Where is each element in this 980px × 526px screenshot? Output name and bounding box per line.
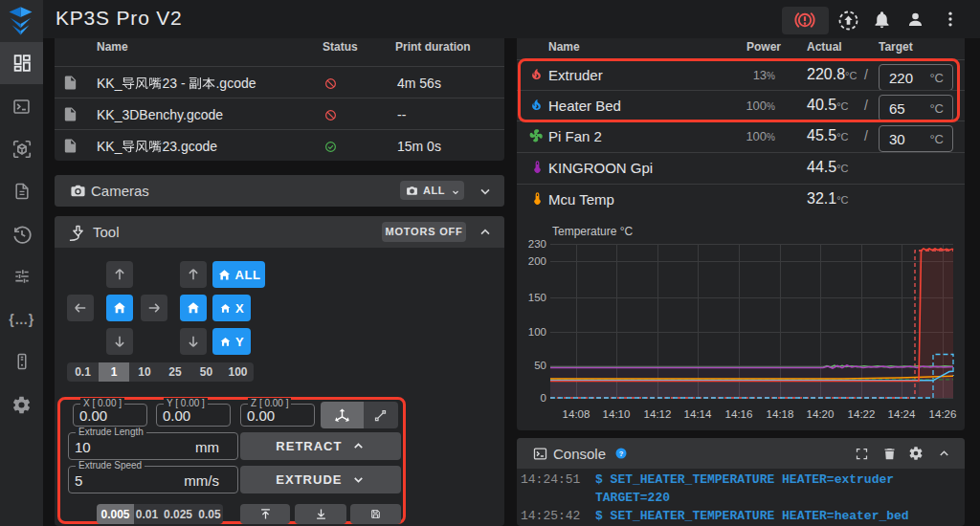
svg-text:200: 200 [528,255,546,267]
svg-text:14:16: 14:16 [725,408,753,420]
svg-text:14:14: 14:14 [684,408,712,420]
svg-text:14:18: 14:18 [767,408,794,420]
svg-text:14:12: 14:12 [644,408,672,420]
svg-text:14:08: 14:08 [563,408,590,420]
svg-text:14:20: 14:20 [807,408,835,420]
svg-text:230: 230 [528,238,546,250]
svg-text:14:22: 14:22 [848,408,876,420]
svg-text:Temperature °C: Temperature °C [552,225,633,238]
svg-text:14:10: 14:10 [603,408,631,420]
svg-text:14:24: 14:24 [888,408,916,420]
svg-text:150: 150 [528,292,546,303]
svg-text:?: ? [619,449,624,458]
svg-text:0: 0 [541,392,546,404]
svg-text:14:26: 14:26 [929,408,957,420]
svg-text:100: 100 [528,326,546,338]
svg-text:50: 50 [534,360,546,371]
